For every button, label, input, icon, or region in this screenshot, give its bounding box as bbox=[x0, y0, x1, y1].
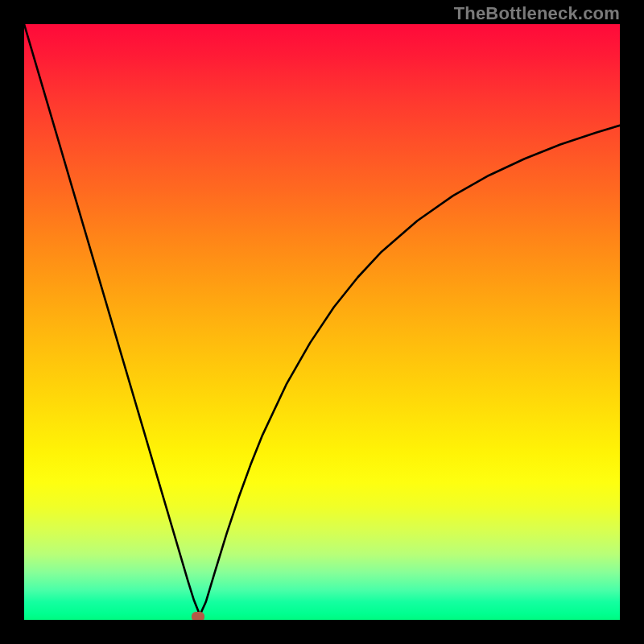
plot-area bbox=[24, 24, 620, 620]
bottleneck-curve bbox=[24, 24, 620, 620]
chart-frame: TheBottleneck.com bbox=[0, 0, 644, 644]
attribution-label: TheBottleneck.com bbox=[454, 3, 620, 24]
minimum-marker-dot bbox=[192, 612, 204, 620]
